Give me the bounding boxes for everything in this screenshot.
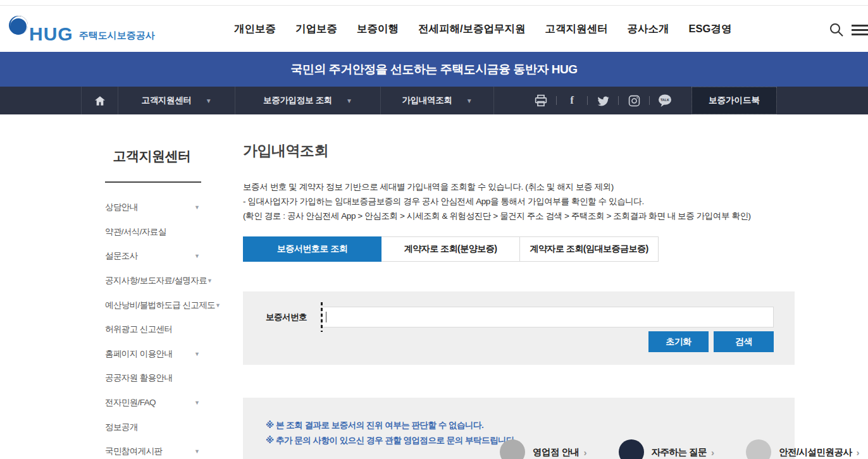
tab-by-contractor-sale[interactable]: 계약자로 조회(분양보증) (381, 236, 520, 262)
printer-icon[interactable] (534, 94, 548, 107)
notice-panel: ※ 본 조회 결과로 보증서의 진위 여부는 판단할 수 없습니다. ※ 추가 … (243, 398, 795, 459)
button-row: 초기화 검색 (243, 331, 774, 352)
guarantee-number-input[interactable] (321, 307, 774, 327)
breadcrumb-customer-support[interactable]: 고객지원센터 ▼ (118, 87, 235, 114)
faq-icon (619, 439, 644, 459)
share-icons: f (526, 94, 680, 107)
page-description: 보증서 번호 및 계약자 정보 기반으로 세대별 가입내역을 조회할 수 있습니… (243, 180, 795, 223)
sidebar-item-e-petition-faq[interactable]: 전자민원/FAQ ▼ (81, 391, 223, 415)
tab-by-contractor-deposit[interactable]: 계약자로 조회(임대보증금보증) (520, 236, 659, 262)
chevron-down-icon: ▼ (194, 400, 200, 406)
sidebar-item-notices[interactable]: 공지사항/보도자료/설명자료 ▼ (81, 269, 223, 293)
sidebar-item-counseling[interactable]: 상담안내 ▼ (81, 195, 223, 220)
branch-icon (500, 439, 525, 459)
breadcrumb-subscription-lookup[interactable]: 가입내역조회 ▼ (380, 87, 494, 114)
chevron-down-icon: ▼ (466, 97, 473, 104)
safety-icon (746, 439, 771, 459)
chevron-right-icon: › (584, 447, 587, 458)
sidebar-item-false-ad-report[interactable]: 허위광고 신고센터 (81, 317, 223, 342)
breadcrumb-label: 고객지원센터 (141, 95, 191, 106)
icon-divider (618, 96, 619, 105)
guarantee-number-label: 보증서번호 (243, 312, 321, 323)
instagram-icon[interactable] (627, 94, 641, 107)
chevron-down-icon: ▼ (194, 448, 200, 455)
promo-banner-text: 국민의 주거안정을 선도하는 주택도시금융 동반자 HUG (290, 61, 577, 78)
input-wrap (321, 307, 774, 327)
sidebar-menu: 상담안내 ▼ 약관/서식/자료실 설문조사 ▼ 공지사항/보도자료/설명자료 ▼… (81, 195, 223, 459)
sidebar-item-homepage-guide[interactable]: 홈페이지 이용안내 ▼ (81, 342, 223, 367)
svg-text:TALK: TALK (660, 98, 669, 102)
chevron-right-icon: › (711, 447, 714, 458)
nav-guarantee-fulfillment[interactable]: 보증이행 (357, 22, 399, 36)
home-button[interactable] (81, 87, 118, 114)
hug-logo-icon (9, 16, 28, 35)
lookup-tabs: 보증서번호로 조회 계약자로 조회(분양보증) 계약자로 조회(임대보증금보증) (243, 236, 795, 262)
nav-esg[interactable]: ESG경영 (689, 22, 732, 36)
text-caret (326, 312, 326, 322)
nav-personal-guarantee[interactable]: 개인보증 (234, 22, 276, 36)
icon-divider (587, 96, 588, 105)
nav-jeonse-damage-support[interactable]: 전세피해/보증업무지원 (418, 22, 526, 36)
description-line: - 임대사업자가 가입하는 임대보증금보증의 경우 공사 안심전세 App을 통… (243, 195, 795, 209)
quick-link-safety-facility[interactable]: 안전/시설민원공사 › (746, 439, 860, 459)
description-line: 보증서 번호 및 계약자 정보 기반으로 세대별 가입내역을 조회할 수 있습니… (243, 180, 795, 194)
dashed-focus-marker (321, 302, 323, 332)
page-title: 가입내역조회 (243, 141, 795, 161)
chevron-down-icon: ▼ (215, 302, 221, 309)
breadcrumb-bar: 고객지원센터 ▼ 보증가입정보 조회 ▼ 가입내역조회 ▼ f (0, 87, 868, 114)
description-line: (확인 경로 : 공사 안심전세 App > 안심조회 > 시세조회 & 위험성… (243, 209, 795, 223)
nav-company-intro[interactable]: 공사소개 (628, 22, 669, 36)
search-icon[interactable] (829, 22, 844, 37)
logo-subtext: 주택도시보증공사 (79, 30, 155, 42)
site-header: HUG 주택도시보증공사 개인보증 기업보증 보증이행 전세피해/보증업무지원 … (0, 6, 868, 52)
breadcrumb-label: 보증가입정보 조회 (263, 95, 332, 106)
sidebar: 고객지원센터 상담안내 ▼ 약관/서식/자료실 설문조사 ▼ 공지사항/보도자료… (81, 114, 223, 459)
quick-link-branch-info[interactable]: 영업점 안내 › (500, 439, 587, 459)
search-button[interactable]: 검색 (714, 331, 774, 352)
guidebook-button[interactable]: 보증가이드북 (691, 87, 777, 114)
menu-icon[interactable] (852, 25, 868, 36)
subnav-spacer (0, 87, 81, 114)
chevron-down-icon: ▼ (194, 253, 200, 259)
chevron-down-icon: ▼ (207, 278, 213, 284)
search-form-panel: 보증서번호 초기화 검색 (243, 291, 795, 365)
nav-customer-support[interactable]: 고객지원센터 (545, 22, 608, 36)
form-row: 보증서번호 (243, 307, 774, 327)
sidebar-item-public-resources[interactable]: 공공자원 활용안내 (81, 366, 223, 391)
quick-link-faq[interactable]: 자주하는 질문 › (619, 439, 715, 459)
chevron-down-icon: ▼ (206, 97, 212, 104)
hug-logo[interactable]: HUG 주택도시보증공사 (9, 16, 155, 44)
icon-divider (649, 96, 650, 105)
logo-text: HUG (29, 25, 73, 44)
promo-banner: 국민의 주거안정을 선도하는 주택도시금융 동반자 HUG (0, 52, 868, 87)
reset-button[interactable]: 초기화 (648, 331, 709, 352)
sidebar-item-public-participation[interactable]: 국민참여게시판 ▼ (81, 439, 223, 459)
chevron-right-icon: › (857, 447, 860, 458)
facebook-icon[interactable]: f (565, 94, 579, 107)
nav-corporate-guarantee[interactable]: 기업보증 (295, 22, 337, 36)
global-nav: 개인보증 기업보증 보증이행 전세피해/보증업무지원 고객지원센터 공사소개 E… (234, 6, 731, 52)
sidebar-item-info-disclosure[interactable]: 정보공개 (81, 415, 223, 439)
chevron-down-icon: ▼ (194, 351, 200, 357)
twitter-icon[interactable] (596, 94, 610, 107)
chevron-down-icon: ▼ (346, 97, 352, 104)
icon-divider (556, 96, 557, 105)
sidebar-item-forms-archive[interactable]: 약관/서식/자료실 (81, 220, 223, 245)
page: HUG 주택도시보증공사 개인보증 기업보증 보증이행 전세피해/보증업무지원 … (0, 0, 868, 459)
home-icon (95, 96, 105, 106)
main-content: 가입내역조회 보증서 번호 및 계약자 정보 기반으로 세대별 가입내역을 조회… (243, 114, 795, 459)
subnav-right: f (526, 87, 868, 114)
sidebar-title-underline (105, 181, 201, 183)
kakao-icon[interactable]: TALK (658, 94, 672, 107)
notice-line: ※ 본 조회 결과로 보증서의 진위 여부는 판단할 수 없습니다. (266, 418, 795, 433)
chevron-down-icon: ▼ (194, 204, 200, 211)
breadcrumb-label: 가입내역조회 (402, 95, 452, 106)
sidebar-item-budget-report[interactable]: 예산낭비/불법하도급 신고제도 ▼ (81, 293, 223, 317)
quick-links: 영업점 안내 › 자주하는 질문 › 안전/시설민원공사 › (500, 439, 860, 459)
sidebar-title: 고객지원센터 (81, 147, 223, 165)
breadcrumb-guarantee-info[interactable]: 보증가입정보 조회 ▼ (235, 87, 380, 114)
sidebar-item-survey[interactable]: 설문조사 ▼ (81, 244, 223, 269)
tab-by-guarantee-number[interactable]: 보증서번호로 조회 (243, 236, 381, 262)
